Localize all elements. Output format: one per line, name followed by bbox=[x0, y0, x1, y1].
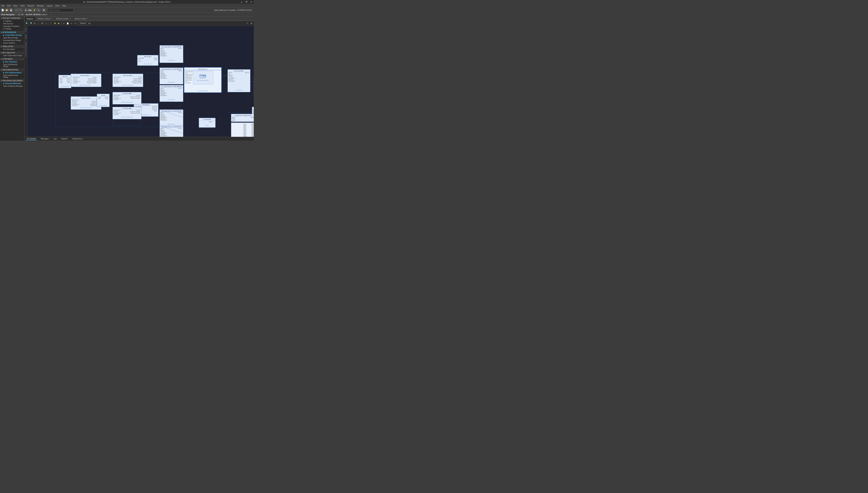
svg-text:saxihp3_fpd_aclk: saxihp3_fpd_aclk bbox=[185, 80, 192, 81]
menu-file[interactable]: File bbox=[0, 4, 6, 7]
nav-gen-block[interactable]: Generate Block Design bbox=[0, 39, 24, 42]
svg-text:peripheral_aresetn[0:0]: peripheral_aresetn[0:0] bbox=[131, 112, 140, 113]
nav-open-synth-label: Open Synthesized Design bbox=[3, 64, 23, 67]
menu-view[interactable]: View bbox=[54, 4, 61, 7]
close-button[interactable]: ✕ bbox=[249, 0, 254, 4]
help-button[interactable]: ? bbox=[245, 22, 249, 25]
menu-help[interactable]: Help bbox=[61, 4, 67, 7]
svg-text:In10[0:0]: In10[0:0] bbox=[243, 136, 247, 137]
window-title: prj - [/home/eisuke/bak/DPU-TRD/prj/Viti… bbox=[83, 1, 171, 3]
svg-text:dout[1:0]: dout[1:0] bbox=[209, 121, 212, 122]
add-ip-button[interactable]: + bbox=[44, 22, 48, 25]
run-connection-button[interactable]: ▶ bbox=[57, 22, 61, 25]
svg-text:Clocking Wizard: Clocking Wizard bbox=[61, 86, 68, 87]
zoom-out-button[interactable]: 🔎 bbox=[29, 22, 32, 25]
run-impl-button[interactable]: ⚡ bbox=[32, 8, 36, 12]
close-addr-editor-tab[interactable]: ✕ bbox=[69, 18, 71, 20]
zoom-area-button[interactable]: ⊞ bbox=[41, 22, 44, 25]
design-label[interactable]: Design bbox=[25, 26, 27, 33]
menu-tools[interactable]: Tools bbox=[19, 4, 26, 7]
nav-open-block[interactable]: Open Block Design bbox=[0, 37, 24, 39]
nav-gen-bitstream[interactable]: ▶ Generate Bitstream bbox=[0, 82, 24, 85]
nav-section-impl-title[interactable]: ▾ IMPLEMENTATION bbox=[0, 68, 24, 71]
run-synth-button[interactable]: ▶▶ bbox=[28, 8, 32, 12]
nav-open-block-label: Open Block Design bbox=[3, 37, 18, 39]
svg-text:clk: clk bbox=[139, 59, 140, 60]
bottom-tab-tcl[interactable]: Tcl Console bbox=[26, 137, 37, 140]
menu-window[interactable]: Window bbox=[36, 4, 45, 7]
nav-run-sim[interactable]: Run Simulation bbox=[0, 48, 24, 50]
new-button[interactable]: 📄 bbox=[1, 8, 4, 12]
close-platform-tab[interactable]: ✕ bbox=[51, 18, 52, 20]
minimize-button[interactable]: 🗕 bbox=[239, 0, 244, 4]
svg-text:axi_ic_zynq_ultra_ps_e_0_S_AXI: axi_ic_zynq_ultra_ps_e_0_S_AXI_HP2_FPD bbox=[161, 110, 181, 111]
run-sim-button[interactable]: ▶ bbox=[24, 8, 28, 12]
redo-button[interactable]: ↪ bbox=[19, 8, 22, 12]
menu-edit[interactable]: Edit bbox=[6, 4, 12, 7]
nav-settings[interactable]: ⚙ Settings bbox=[0, 20, 24, 22]
svg-text:n1[0:0]: n1[0:0] bbox=[251, 126, 254, 127]
search-input[interactable] bbox=[47, 8, 73, 12]
close-addr-map-tab[interactable]: ✕ bbox=[87, 18, 88, 20]
diagram-canvas[interactable]: proc_sys_reset_1 slowest_sync_clk mb_res… bbox=[27, 26, 254, 137]
bitstream-button[interactable]: 🔧 bbox=[37, 8, 41, 12]
bottom-tab-design-runs[interactable]: Design Runs bbox=[71, 137, 83, 140]
svg-text:S00_ARESETN: S00_ARESETN bbox=[161, 53, 167, 54]
bd-header-name: system bbox=[41, 14, 47, 16]
tab-platform-setup[interactable]: Platform Setup ✕ bbox=[36, 16, 54, 21]
nav-section-ip-title[interactable]: ▾ IP INTEGRATOR bbox=[0, 31, 24, 34]
menu-flow[interactable]: Flow bbox=[12, 4, 19, 7]
diagram-svg: proc_sys_reset_1 slowest_sync_clk mb_res… bbox=[27, 26, 254, 137]
zoom-in-button[interactable]: 🔍 bbox=[25, 22, 29, 25]
select-button[interactable]: ↕ bbox=[37, 22, 40, 25]
nav-export-label: Export Platform bbox=[3, 42, 15, 44]
nav-section-sim-title[interactable]: ▾ SIMULATION bbox=[0, 45, 24, 48]
bottom-tab-log[interactable]: Log bbox=[52, 137, 58, 140]
svg-text:slowest_sync_clk: slowest_sync_clk bbox=[114, 77, 121, 78]
menu-reports[interactable]: Reports bbox=[26, 4, 36, 7]
stop-button[interactable]: ⏹ bbox=[42, 8, 46, 12]
bottom-tab-messages[interactable]: Messages bbox=[40, 137, 50, 140]
svg-text:M00_AXI: M00_AXI bbox=[178, 70, 182, 71]
tab-address-map[interactable]: Address Map ✕ bbox=[73, 16, 90, 21]
nav-ip-catalog[interactable]: IP Catalog bbox=[0, 27, 24, 30]
nav-add-sources[interactable]: Add Sources bbox=[0, 22, 24, 25]
nav-hw-manager[interactable]: Open Hardware Manager bbox=[0, 85, 24, 87]
nav-export-platform[interactable]: Export Platform bbox=[0, 42, 24, 44]
tab-diagram[interactable]: Diagram bbox=[24, 16, 36, 21]
undo-diagram-button[interactable]: ↩ bbox=[70, 22, 73, 25]
maximize-button[interactable]: 🗗 bbox=[244, 0, 249, 4]
svg-text:dcm_locked: dcm_locked bbox=[73, 82, 77, 83]
auto-connect-button[interactable]: ⚡ bbox=[53, 22, 56, 25]
save-button[interactable]: 💾 bbox=[9, 8, 13, 12]
flow-nav-controls: ▾ □ ✕ bbox=[18, 14, 23, 16]
copy-button[interactable]: 📋 bbox=[66, 22, 69, 25]
redo-diagram-button[interactable]: ↪ bbox=[73, 22, 77, 25]
bottom-tab-reports[interactable]: Reports bbox=[60, 137, 68, 140]
nav-section-project-title[interactable]: ▾ PROJECT MANAGER bbox=[0, 17, 24, 20]
nav-section-rtl-title[interactable]: ▾ RTL ANALYSIS bbox=[0, 51, 24, 54]
nav-run-impl[interactable]: ▶ Run Implementation bbox=[0, 71, 24, 74]
signals-label[interactable]: Signals bbox=[25, 34, 27, 40]
nav-language-templates[interactable]: Language Templates bbox=[0, 25, 24, 27]
validate-button[interactable]: ✓ bbox=[49, 22, 53, 25]
nav-open-synth[interactable]: Open Synthesized Design bbox=[0, 63, 24, 68]
nav-section-prog-title[interactable]: ▾ PROGRAM AND DEBUG bbox=[0, 79, 24, 82]
menu-layout[interactable]: Layout bbox=[45, 4, 54, 7]
undo-button[interactable]: ↩ bbox=[15, 8, 18, 12]
nav-create-block[interactable]: ▶ Create Block Design bbox=[0, 34, 24, 37]
nav-section-project: ▾ PROJECT MANAGER ⚙ Settings Add Sources… bbox=[0, 16, 24, 30]
cut-button[interactable]: ✂ bbox=[62, 22, 66, 25]
nav-section-synth-title[interactable]: ▾ SYNTHESIS bbox=[0, 58, 24, 61]
open-button[interactable]: 📂 bbox=[5, 8, 9, 12]
nav-open-impl[interactable]: Open Implemented Design bbox=[0, 74, 24, 79]
tab-address-editor[interactable]: Address Editor ✕ bbox=[54, 16, 72, 21]
fit-button[interactable]: ⊡ bbox=[33, 22, 36, 25]
nav-open-elab[interactable]: Open Elaborated Design bbox=[0, 54, 24, 57]
hierarchy-select[interactable]: Default ↕ bbox=[78, 22, 91, 25]
svg-text:AXI Interconnect: AXI Interconnect bbox=[168, 82, 175, 83]
svg-text:ARESETN: ARESETN bbox=[161, 50, 165, 51]
nav-run-synth[interactable]: ▶ Run Synthesis bbox=[0, 61, 24, 63]
settings-diagram-button[interactable]: ⚙ bbox=[250, 22, 253, 25]
source-file-label[interactable]: Source File Properties bbox=[25, 41, 27, 58]
